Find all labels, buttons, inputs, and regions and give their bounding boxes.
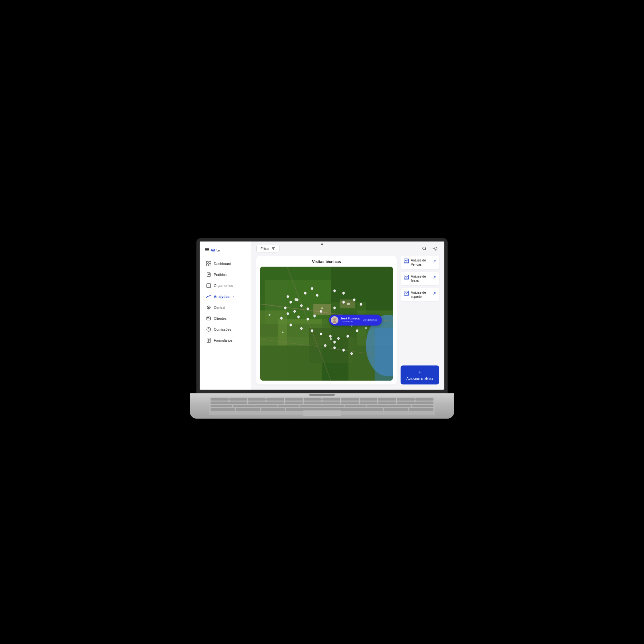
settings-icon: [433, 246, 438, 251]
sidebar-item-central[interactable]: Central: [204, 303, 247, 312]
orcamentos-label: Orçamentos: [214, 284, 233, 288]
svg-rect-7: [207, 284, 211, 288]
vendas-arrow: ↗: [433, 259, 436, 263]
svg-rect-5: [209, 264, 211, 266]
analytics-card-feiras[interactable]: Análise de feiras ↗: [401, 272, 439, 285]
camera-dot: [321, 243, 323, 245]
popup-date: 12/02/2024: [340, 320, 360, 323]
app-layout: Ait force: [200, 241, 444, 390]
content-area: Visitas técnicas: [251, 256, 444, 390]
svg-point-39: [295, 298, 297, 301]
map-popup[interactable]: José Fonseca 12/02/2024 Ver detalhes ›: [329, 315, 382, 326]
svg-point-14: [209, 317, 209, 318]
comissoes-icon: [206, 327, 211, 332]
svg-point-44: [330, 338, 332, 340]
sidebar-item-orcamentos[interactable]: Orçamentos: [204, 281, 247, 290]
chart-icon-vendas: [404, 259, 409, 264]
formularios-label: Formulários: [214, 338, 232, 342]
logo-brand: Ait force: [211, 247, 220, 252]
laptop-screen: Ait force: [196, 238, 448, 393]
svg-point-43: [282, 332, 283, 333]
popup-name: José Fonseca: [340, 317, 360, 320]
laptop-hinge: [309, 394, 335, 396]
sidebar-item-clientes[interactable]: Clientes: [204, 314, 247, 323]
sidebar-item-comissoes[interactable]: Comissões: [204, 325, 247, 334]
header: Filtrar: [251, 241, 444, 256]
logo: Ait force: [211, 247, 220, 252]
sidebar-item-pedidos[interactable]: Pedidos: [204, 270, 247, 279]
svg-rect-3: [209, 261, 211, 263]
svg-rect-46: [313, 304, 331, 315]
right-panel: Análise de Vendas ↗: [401, 256, 439, 384]
svg-text:Ait: Ait: [211, 248, 215, 252]
popup-link[interactable]: Ver detalhes ›: [363, 318, 379, 321]
settings-button[interactable]: [431, 245, 439, 252]
hamburger-icon[interactable]: [205, 248, 209, 251]
laptop-base: [190, 393, 454, 419]
analytics-icon-feiras: [404, 275, 409, 281]
feiras-arrow: ↗: [433, 275, 436, 279]
pedidos-label: Pedidos: [214, 273, 227, 277]
header-icons: [421, 245, 439, 252]
sidebar-item-formularios[interactable]: Formulários: [204, 336, 247, 345]
svg-rect-4: [206, 264, 208, 266]
popup-info: José Fonseca 12/02/2024: [340, 317, 360, 323]
svg-text:force: force: [216, 249, 220, 252]
sidebar-item-analytics[interactable]: Analytics ›: [204, 292, 247, 301]
vendas-label: Análise de Vendas: [411, 258, 433, 267]
central-icon: [206, 305, 211, 310]
filter-button[interactable]: Filtrar: [256, 245, 279, 252]
chart-icon-feiras: [404, 275, 409, 280]
suporte-arrow: ↗: [433, 291, 436, 296]
map-card: Visitas técnicas: [256, 256, 397, 384]
filter-label: Filtrar: [260, 247, 270, 251]
analytics-label: Analytics: [214, 295, 230, 298]
add-analytics-plus: +: [418, 369, 422, 375]
suporte-label: Análise de suporte: [411, 290, 433, 299]
analytics-card-vendas[interactable]: Análise de Vendas ↗: [401, 256, 439, 269]
map-container: José Fonseca 12/02/2024 Ver detalhes ›: [260, 267, 393, 381]
search-button[interactable]: [421, 245, 428, 252]
filter-icon: [271, 247, 275, 251]
svg-point-20: [423, 247, 426, 250]
svg-point-11: [208, 307, 209, 308]
popup-avatar: [331, 316, 338, 324]
svg-point-50: [333, 321, 336, 323]
svg-line-21: [425, 250, 426, 251]
add-analytics-button[interactable]: + Adicionar analytics: [401, 365, 439, 384]
central-label: Central: [214, 306, 225, 309]
map-card-title: Visitas técnicas: [260, 260, 393, 264]
svg-point-49: [333, 318, 336, 321]
svg-point-13: [208, 317, 208, 318]
search-icon: [422, 246, 427, 251]
clientes-label: Clientes: [214, 317, 227, 320]
comissoes-label: Comissões: [214, 327, 231, 331]
analytics-card-vendas-content: Análise de Vendas: [404, 258, 433, 267]
logo-area: Ait force: [204, 247, 247, 252]
avatar-svg: [331, 317, 338, 324]
pedidos-icon: [206, 272, 211, 277]
analytics-icon-suporte: [404, 291, 409, 297]
add-analytics-label: Adicionar analytics: [406, 376, 433, 381]
main-content: Filtrar: [251, 241, 444, 390]
svg-point-41: [269, 314, 270, 316]
orcamentos-icon: [206, 283, 211, 288]
sidebar: Ait force: [200, 241, 251, 390]
feiras-label: Análise de feiras: [411, 274, 433, 283]
svg-rect-2: [206, 261, 208, 263]
clientes-icon: [206, 316, 211, 321]
laptop-trackpad: [303, 410, 341, 416]
sidebar-item-dashboard[interactable]: Dashboard: [204, 259, 247, 269]
analytics-icon-vendas: [404, 259, 409, 265]
dashboard-icon: [206, 261, 211, 266]
analytics-icon: [206, 294, 211, 299]
svg-rect-32: [309, 328, 353, 363]
svg-rect-47: [340, 299, 355, 308]
svg-point-22: [435, 248, 436, 249]
svg-point-15: [207, 327, 211, 331]
svg-point-45: [365, 327, 367, 329]
formularios-icon: [206, 338, 211, 343]
analytics-card-suporte-content: Análise de suporte: [404, 290, 433, 299]
screen-inner: Ait force: [200, 241, 444, 390]
analytics-card-suporte[interactable]: Análise de suporte ↗: [401, 288, 439, 301]
